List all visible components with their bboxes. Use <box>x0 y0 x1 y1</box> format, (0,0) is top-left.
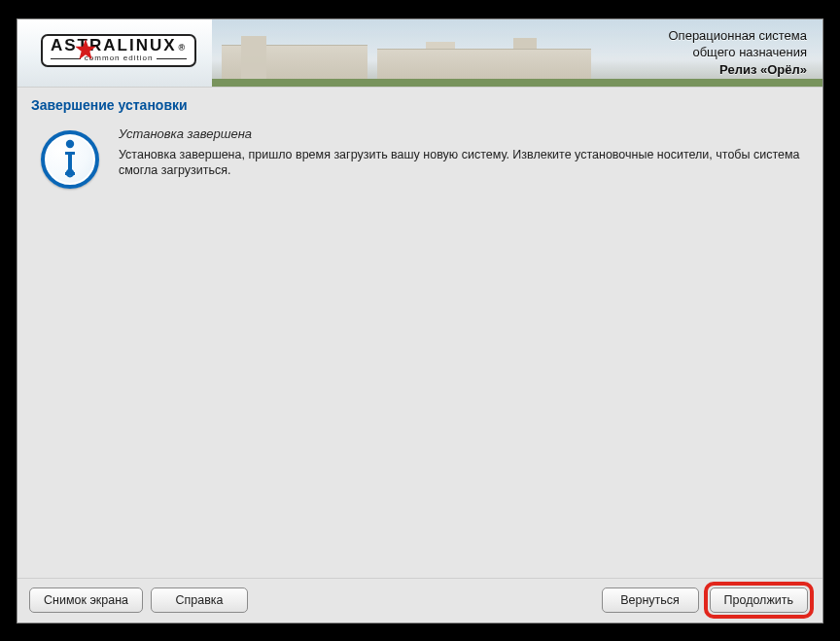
bottom-bar: Снимок экрана Справка Вернуться Продолжи… <box>18 578 822 623</box>
screenshot-button[interactable]: Снимок экрана <box>29 588 143 613</box>
banner-text: Операционная система общего назначения Р… <box>669 27 808 79</box>
logo: ASTRALINUX ® common edition <box>27 38 196 67</box>
message-block: Установка завершена Установка завершена,… <box>119 126 805 578</box>
installer-window: ASTRALINUX ® common edition Операционная… <box>17 18 823 623</box>
banner: ASTRALINUX ® common edition Операционная… <box>18 19 822 88</box>
message-heading: Установка завершена <box>119 126 805 141</box>
banner-release: Релиз «Орёл» <box>669 61 808 79</box>
banner-line2: общего назначения <box>669 44 808 61</box>
logo-registered: ® <box>179 44 188 53</box>
svg-marker-0 <box>75 39 96 59</box>
help-button[interactable]: Справка <box>151 588 248 613</box>
info-icon <box>41 130 99 189</box>
svg-point-1 <box>66 139 74 147</box>
message-body: Установка завершена, пришло время загруз… <box>119 147 805 180</box>
logo-text: ASTRALINUX <box>51 37 177 53</box>
banner-line1: Операционная система <box>669 27 808 45</box>
continue-button[interactable]: Продолжить <box>710 588 808 613</box>
continue-highlight: Продолжить <box>707 585 811 616</box>
page-title: Завершение установки <box>18 88 822 119</box>
content-area: Установка завершена Установка завершена,… <box>18 119 822 578</box>
back-button[interactable]: Вернуться <box>602 588 699 613</box>
logo-box: ASTRALINUX ® common edition <box>41 34 196 67</box>
